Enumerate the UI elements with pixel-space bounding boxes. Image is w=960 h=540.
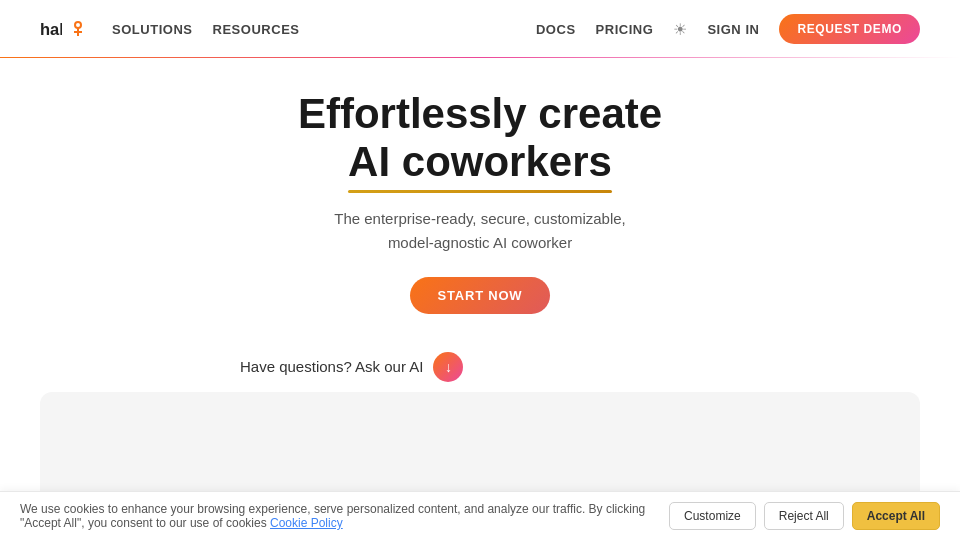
customize-button[interactable]: Customize (669, 502, 756, 530)
nav-right: DOCS PRICING ☀ SIGN IN REQUEST DEMO (536, 14, 920, 44)
nav-docs[interactable]: DOCS (536, 22, 576, 37)
nav-pricing[interactable]: PRICING (596, 22, 654, 37)
accept-all-button[interactable]: Accept All (852, 502, 940, 530)
nav-solutions[interactable]: SOLUTIONS (112, 22, 193, 37)
hero-heading-line2: AI coworkers (348, 138, 612, 186)
ask-ai-text: Have questions? Ask our AI (240, 358, 423, 375)
svg-text:hal: hal (40, 20, 62, 38)
nav-links: SOLUTIONS RESOURCES (112, 22, 300, 37)
sign-in-link[interactable]: SIGN IN (707, 22, 759, 37)
start-now-button[interactable]: START NOW (410, 277, 551, 314)
navbar: hal SOLUTIONS RESOURCES DOCS PRICING ☀ S… (0, 0, 960, 58)
nav-resources[interactable]: RESOURCES (213, 22, 300, 37)
cookie-buttons: Customize Reject All Accept All (669, 502, 940, 530)
request-demo-button[interactable]: REQUEST DEMO (779, 14, 920, 44)
svg-point-1 (75, 22, 81, 28)
cookie-policy-link[interactable]: Cookie Policy (270, 516, 343, 530)
reject-all-button[interactable]: Reject All (764, 502, 844, 530)
cookie-text: We use cookies to enhance your browsing … (20, 502, 669, 530)
ask-ai-section: Have questions? Ask our AI ↓ (0, 334, 960, 392)
theme-toggle-icon[interactable]: ☀ (673, 20, 687, 39)
down-arrow-icon: ↓ (445, 359, 452, 375)
logo[interactable]: hal (40, 18, 84, 40)
hero-heading: Effortlessly create AI coworkers (20, 90, 940, 187)
hero-subtitle: The enterprise-ready, secure, customizab… (320, 207, 640, 255)
nav-left: hal SOLUTIONS RESOURCES (40, 18, 300, 40)
ask-ai-button[interactable]: ↓ (433, 352, 463, 382)
hero-section: Effortlessly create AI coworkers The ent… (0, 58, 960, 334)
cookie-banner: We use cookies to enhance your browsing … (0, 491, 960, 540)
